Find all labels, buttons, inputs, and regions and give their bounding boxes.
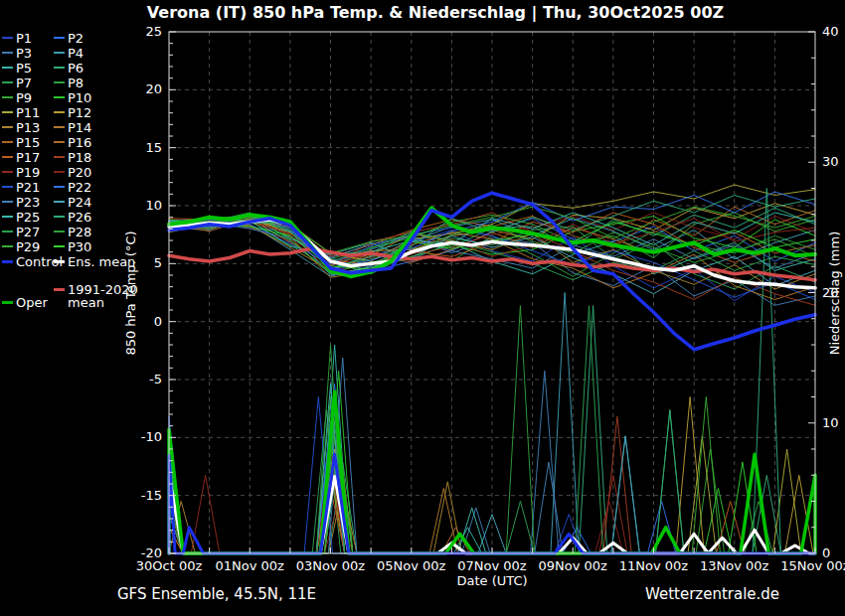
y-axis-left-label: 850 hPa Temp. (°C) [123, 231, 138, 355]
source-watermark: Wetterzentrale.de [645, 585, 779, 603]
y-left-tick-label: -15 [141, 488, 162, 503]
meteogram-page: Verona (IT) 850 hPa Temp. & Niederschlag… [0, 0, 845, 616]
y-left-tick-label: -10 [141, 429, 162, 444]
model-location-text: GFS Ensemble, 45.5N, 11E [117, 585, 316, 603]
y-left-tick-label: 25 [145, 24, 162, 39]
y-right-tick-label: 40 [822, 24, 839, 39]
x-tick-label: 30Oct 00z [136, 558, 203, 573]
x-axis-label: Date (UTC) [393, 573, 592, 588]
y-left-tick-label: 15 [145, 140, 162, 155]
x-tick-label: 11Nov 00z [619, 558, 689, 573]
y-left-tick-label: 20 [145, 81, 162, 96]
y-left-tick-label: 5 [154, 255, 162, 270]
x-tick-label: 07Nov 00z [457, 558, 527, 573]
y-axis-right-label: Niederschlag (mm) [827, 231, 842, 356]
y-left-tick-label: 10 [145, 198, 162, 213]
x-tick-label: 01Nov 00z [216, 558, 285, 573]
y-left-tick-label: 0 [154, 314, 162, 329]
x-tick-label: 03Nov 00z [296, 558, 366, 573]
x-tick-label: 15Nov 00z [780, 558, 845, 573]
y-right-tick-label: 30 [822, 154, 839, 169]
x-tick-label: 09Nov 00z [539, 558, 608, 573]
y-left-tick-label: -5 [149, 372, 162, 386]
x-tick-label: 05Nov 00z [377, 558, 446, 573]
x-tick-label: 13Nov 00z [700, 558, 769, 573]
member-P29-precip-line [169, 397, 815, 554]
plot-frame [169, 32, 815, 553]
y-right-tick-label: 10 [822, 415, 839, 430]
